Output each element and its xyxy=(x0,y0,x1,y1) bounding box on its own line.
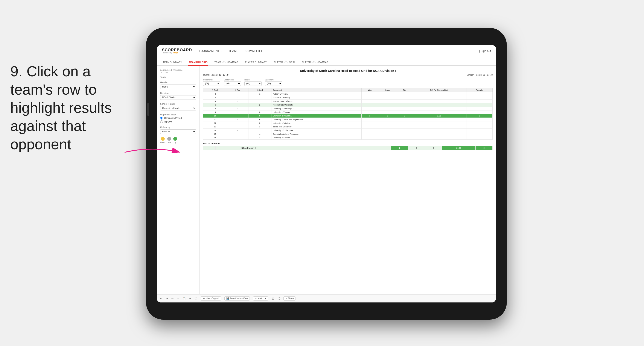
cell-rank: 2 xyxy=(203,92,227,96)
refresh-icon[interactable]: ⟳ xyxy=(189,297,191,300)
nav-tournaments[interactable]: TOURNAMENTS xyxy=(199,48,222,53)
cell-loss xyxy=(378,129,397,132)
table-row[interactable]: 9-3University of Arizona xyxy=(203,110,492,114)
cell-rounds xyxy=(466,103,492,107)
cell-diff xyxy=(412,110,466,114)
cell-conf: 1 xyxy=(248,99,272,103)
cell-reg: - xyxy=(227,125,248,129)
cell-reg: - xyxy=(227,114,248,118)
top100-radio[interactable]: Top 100 xyxy=(160,120,196,123)
table-row[interactable]: 15-4Georgia Institute of Technology xyxy=(203,132,492,136)
cell-opponent: University of Florida xyxy=(272,136,362,140)
col-opponent: Opponent xyxy=(272,88,362,92)
tab-player-h2h-heatmap[interactable]: PLAYER H2H HEATMAP xyxy=(301,59,329,66)
cell-reg: - xyxy=(227,107,248,110)
cell-reg: - xyxy=(227,92,248,96)
legend-down: Down xyxy=(160,137,165,143)
view-original-button[interactable]: 👁 View: Original xyxy=(201,297,221,301)
cell-loss xyxy=(378,121,397,125)
cell-conf: 2 xyxy=(248,103,272,107)
clock-icon[interactable]: ⏱ xyxy=(195,297,197,300)
cell-reg: - xyxy=(227,103,248,107)
colour-by-select[interactable]: Win/loss xyxy=(160,129,196,134)
cell-win xyxy=(362,118,378,121)
cell-tie xyxy=(397,107,412,110)
opponents-played-radio[interactable]: Opponents Played xyxy=(160,117,196,119)
undo-icon[interactable]: ↩ xyxy=(160,297,162,300)
watch-button[interactable]: 👁 Watch ▾ xyxy=(253,297,268,301)
save-custom-view-button[interactable]: 💾 Save Custom View xyxy=(224,297,250,301)
print-icon[interactable]: 🖨 xyxy=(272,297,274,300)
tab-team-h2h-heatmap[interactable]: TEAM H2H HEATMAP xyxy=(214,59,239,66)
col-reg: # Reg xyxy=(227,88,248,92)
cell-tie xyxy=(397,136,412,140)
fullscreen-icon[interactable]: ⛶ xyxy=(278,297,280,300)
cell-diff xyxy=(412,92,466,96)
cell-tie xyxy=(397,99,412,103)
cell-rounds: 8 xyxy=(466,114,492,118)
cell-conf: 3 xyxy=(248,136,272,140)
cell-conf: 6 xyxy=(248,118,272,121)
back-icon[interactable]: ↩ xyxy=(171,297,174,300)
share-icon: ↗ xyxy=(286,297,287,300)
instruction-block: 9. Click on a team's row to highlight re… xyxy=(10,62,128,153)
tab-player-summary[interactable]: PLAYER SUMMARY xyxy=(244,59,268,66)
table-row[interactable]: 11-6University of Arkansas, Fayetteville xyxy=(203,118,492,121)
cell-rank: 6 xyxy=(203,103,227,107)
odd-reg xyxy=(216,146,228,150)
nav-teams[interactable]: TEAMS xyxy=(228,48,238,53)
division-section: Division NCAA Division I NCAA Division I… xyxy=(160,92,196,100)
col-tie: Tie xyxy=(397,88,412,92)
tab-player-h2h-grid[interactable]: PLAYER H2H GRID xyxy=(273,59,296,66)
tab-team-summary[interactable]: TEAM SUMMARY xyxy=(162,59,183,66)
cut-icon[interactable]: ✂ xyxy=(177,297,179,300)
cell-win xyxy=(362,136,378,140)
cell-tie xyxy=(397,118,412,121)
odd-name: NCAA Division II xyxy=(240,146,391,150)
division-select[interactable]: NCAA Division I NCAA Division II xyxy=(160,95,196,100)
table-row[interactable]: 2-1Auburn University xyxy=(203,92,492,96)
scene: 9. Click on a team's row to highlight re… xyxy=(0,0,644,346)
cell-rank: 10 xyxy=(203,114,227,118)
cell-loss xyxy=(378,118,397,121)
cell-conf: 5 xyxy=(248,114,272,118)
cell-tie xyxy=(397,121,412,125)
table-row[interactable]: 10-5University of Alabama3002.618 xyxy=(203,114,492,118)
main-content: Last Updated: 27/03/2024 16:55:38 Team G… xyxy=(157,66,496,294)
out-of-division-row[interactable]: NCAA Division II 1 0 0 26.00 3 xyxy=(203,146,492,150)
cell-diff xyxy=(412,129,466,132)
cell-diff xyxy=(412,121,466,125)
opponents-select[interactable]: (All) xyxy=(203,81,220,86)
region-select[interactable]: (All) xyxy=(244,81,262,86)
opponent-select[interactable]: (All) xyxy=(265,81,282,86)
cell-rounds xyxy=(466,96,492,99)
table-row[interactable]: 12-3University of Virginia xyxy=(203,121,492,125)
cell-rounds xyxy=(466,118,492,121)
table-row[interactable]: 8-2University of Washington xyxy=(203,107,492,110)
sign-out-link[interactable]: | Sign out xyxy=(479,49,491,52)
save-icon: 💾 xyxy=(226,297,229,300)
table-row[interactable]: 16-3University of Florida xyxy=(203,136,492,140)
cell-tie xyxy=(397,103,412,107)
table-row[interactable]: 6-2Florida State University xyxy=(203,103,492,107)
school-select[interactable]: University of Nort... xyxy=(160,106,196,110)
cell-rank: 14 xyxy=(203,129,227,132)
gender-select[interactable]: Men's Women's xyxy=(160,84,196,89)
sub-nav: TEAM SUMMARY TEAM H2H GRID TEAM H2H HEAT… xyxy=(157,57,496,66)
tablet-screen: SCOREBOARD Powered by clippd TOURNAMENTS… xyxy=(157,45,496,303)
conference-select[interactable]: (All) xyxy=(224,81,241,86)
cell-opponent: University of Virginia xyxy=(272,121,362,125)
paste-icon[interactable]: 📋 xyxy=(182,297,186,300)
cell-loss xyxy=(378,136,397,140)
share-button[interactable]: ↗ Share xyxy=(284,297,296,301)
nav-committee[interactable]: COMMITTEE xyxy=(246,48,263,53)
table-row[interactable]: 4-1Arizona State University xyxy=(203,99,492,103)
col-loss: Loss xyxy=(378,88,397,92)
table-row[interactable]: 3-2Vanderbilt University xyxy=(203,96,492,99)
tab-team-h2h-grid[interactable]: TEAM H2H GRID xyxy=(188,59,208,66)
cell-loss xyxy=(378,99,397,103)
redo-icon[interactable]: ↪ xyxy=(166,297,168,300)
table-row[interactable]: 14-2University of Oklahoma xyxy=(203,129,492,132)
cell-conf: 1 xyxy=(248,125,272,129)
table-row[interactable]: 13-1Texas Tech University xyxy=(203,125,492,129)
